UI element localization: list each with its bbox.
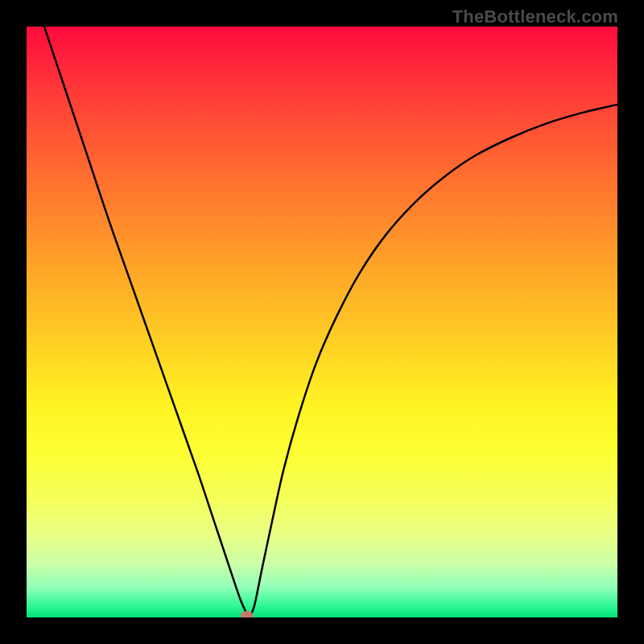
plot-background bbox=[27, 27, 617, 617]
chart-container: TheBottleneck.com bbox=[0, 0, 644, 644]
watermark: TheBottleneck.com bbox=[452, 6, 618, 27]
